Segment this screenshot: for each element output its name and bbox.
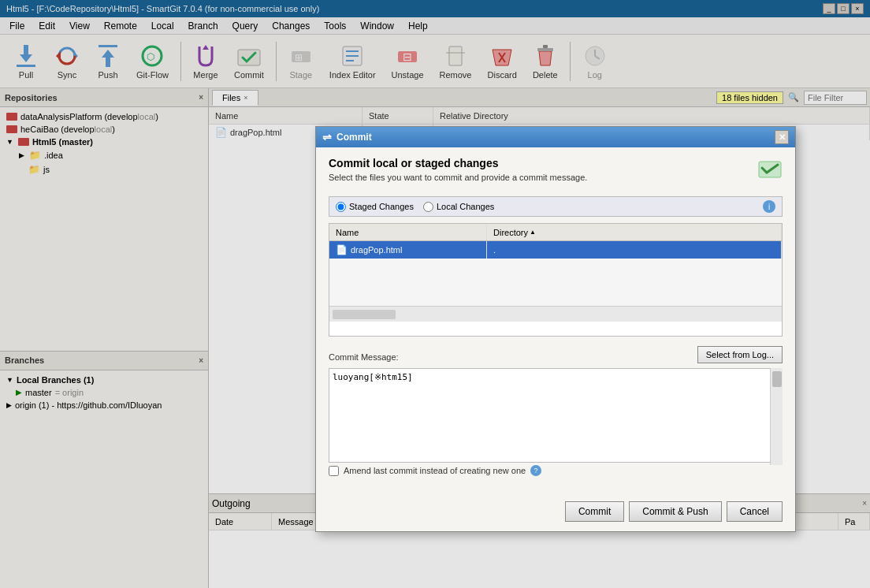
commit-table-empty [329,259,782,306]
commit-message-textarea[interactable] [329,368,783,463]
modal-heading: Commit local or staged changes [329,157,748,169]
staged-changes-input[interactable] [336,202,346,212]
commit-col-name-label: Name [336,228,359,237]
amend-help-icon[interactable]: ? [530,465,541,476]
amend-label: Amend last commit instead of creating ne… [344,466,526,475]
amend-checkbox-row: Amend last commit instead of creating ne… [329,465,783,476]
amend-checkbox[interactable] [329,466,339,476]
modal-description: Select the files you want to commit and … [329,173,748,182]
commit-col-dir-label: Directory [493,228,528,237]
commit-col-dir[interactable]: Directory ▲ [487,224,782,240]
commit-dialog: ⇌ Commit ✕ Commit local or staged change… [315,126,796,532]
commit-file-icon: 📄 [336,244,348,255]
commit-col-name[interactable]: Name [329,224,487,240]
modal-overlay: ⇌ Commit ✕ Commit local or staged change… [0,0,870,588]
modal-heading-row: Commit local or staged changes Select th… [329,157,783,190]
commit-file-dir: . [493,245,496,255]
commit-file-name: dragPop.html [351,245,402,255]
modal-title-bar: ⇌ Commit ✕ [316,127,795,147]
modal-body: Commit local or staged changes Select th… [316,147,795,495]
staged-changes-label: Staged Changes [349,202,414,211]
commit-dialog-title: Commit [336,132,372,143]
commit-dialog-icon: ⇌ [322,131,332,143]
local-changes-radio[interactable]: Local Changes [423,202,494,212]
textarea-scrollbar [770,368,783,465]
commit-table-header: Name Directory ▲ [329,224,782,241]
commit-file-name-cell: 📄 dragPop.html [329,241,487,259]
commit-push-button[interactable]: Commit & Push [629,501,721,522]
commit-msg-wrapper [329,368,783,465]
commit-button-dialog[interactable]: Commit [565,501,624,522]
commit-file-table: Name Directory ▲ 📄 dragPop.html [329,223,783,337]
local-changes-input[interactable] [423,202,433,212]
commit-msg-label: Commit Message: [329,352,399,362]
cancel-button[interactable]: Cancel [727,501,783,522]
modal-header-icon [757,157,783,182]
staged-changes-radio[interactable]: Staged Changes [336,202,414,212]
modal-close-button[interactable]: ✕ [775,130,789,144]
modal-footer: Commit Commit & Push Cancel [316,495,795,531]
commit-msg-header: Commit Message: Select from Log... [329,344,783,365]
changes-info-icon[interactable]: i [763,200,775,213]
scroll-thumb[interactable] [333,310,396,319]
commit-table-row-dragpop[interactable]: 📄 dragPop.html . [329,241,782,259]
commit-table-footer [329,306,782,322]
sort-arrow-dir: ▲ [530,229,536,236]
changes-radio-group: Staged Changes Local Changes i [329,196,783,217]
modal-heading-text: Commit local or staged changes Select th… [329,157,748,190]
select-from-log-button[interactable]: Select from Log... [697,346,783,363]
commit-file-dir-cell: . [487,241,782,259]
textarea-scroll-thumb[interactable] [772,371,782,387]
local-changes-label: Local Changes [437,202,494,211]
commit-table-body: 📄 dragPop.html . [329,241,782,336]
